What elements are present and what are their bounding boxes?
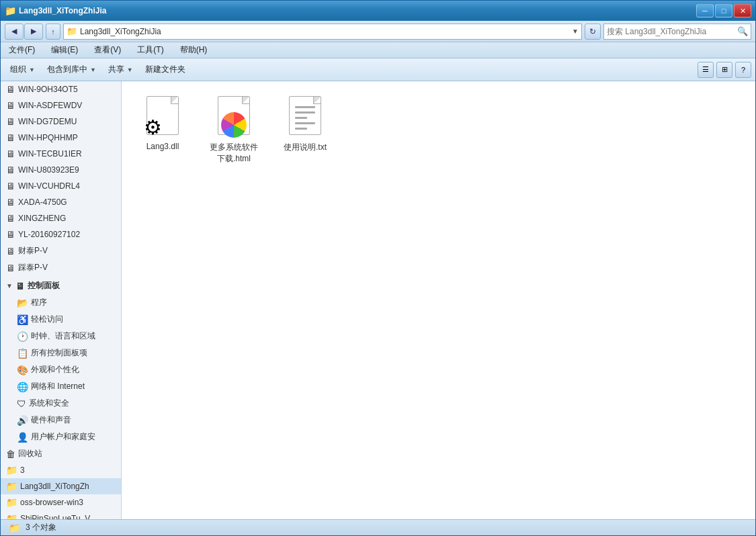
computer-icon: 🖥 bbox=[6, 229, 15, 240]
sidebar-item-xada[interactable]: 🖥 XADA-4750G bbox=[1, 194, 121, 210]
sidebar-item-label: XINGZHENG bbox=[18, 214, 66, 223]
sidebar-item-folder-lang3[interactable]: 📁 Lang3dll_XiTongZh bbox=[1, 478, 121, 494]
sidebar-item-folder-shipin[interactable]: 📁 ShiPinSuoLueTu_V bbox=[1, 510, 121, 519]
sidebar-item-win3[interactable]: 🖥 WIN-DG7DEMU bbox=[1, 114, 121, 130]
hardware-icon: 🔊 bbox=[17, 415, 28, 426]
refresh-button[interactable]: ↻ bbox=[585, 24, 601, 40]
up-button[interactable]: ↑ bbox=[46, 24, 60, 40]
sidebar-item-programs[interactable]: 📂 程序 bbox=[1, 294, 121, 311]
sidebar-item-caitai2[interactable]: 🖥 踩泰P-V bbox=[1, 259, 121, 276]
share-button[interactable]: 共享 ▼ bbox=[103, 61, 138, 78]
recycle-bin-icon: 🗑 bbox=[6, 449, 15, 459]
address-dropdown-arrow[interactable]: ▼ bbox=[572, 28, 579, 35]
organize-dropdown-icon: ▼ bbox=[29, 66, 35, 73]
close-button[interactable]: ✕ bbox=[734, 4, 751, 17]
menu-view[interactable]: 查看(V) bbox=[91, 43, 124, 57]
sidebar-item-yl[interactable]: 🖥 YL-20160927102 bbox=[1, 226, 121, 242]
sidebar-item-folder-3[interactable]: 📁 3 bbox=[1, 462, 121, 478]
collapse-icon: ▼ bbox=[6, 282, 13, 289]
sidebar-item-all-panel[interactable]: 📋 所有控制面板项 bbox=[1, 345, 121, 361]
clock-icon: 🕐 bbox=[17, 331, 28, 342]
system-security-icon: 🛡 bbox=[17, 398, 26, 409]
sidebar-item-label: YL-20160927102 bbox=[18, 230, 80, 239]
change-view-button[interactable]: ⊞ bbox=[716, 62, 732, 78]
back-button[interactable]: ◀ bbox=[5, 24, 24, 40]
organize-button[interactable]: 组织 ▼ bbox=[5, 61, 40, 78]
sidebar-item-recycle-bin[interactable]: 🗑 回收站 bbox=[1, 445, 121, 462]
sidebar-item-win1[interactable]: 🖥 WIN-9OH34OT5 bbox=[1, 81, 121, 97]
sidebar-item-xingzheng[interactable]: 🖥 XINGZHENG bbox=[1, 210, 121, 226]
sidebar-item-appearance[interactable]: 🎨 外观和个性化 bbox=[1, 361, 121, 378]
add-to-library-label: 包含到库中 bbox=[47, 64, 87, 75]
folder-icon: 📁 bbox=[6, 465, 17, 476]
add-to-library-button[interactable]: 包含到库中 ▼ bbox=[42, 61, 101, 78]
search-input[interactable] bbox=[607, 27, 736, 36]
view-options-button[interactable]: ☰ bbox=[698, 62, 714, 78]
search-area[interactable]: 🔍 bbox=[603, 24, 751, 40]
file-item-html[interactable]: 更多系统软件下载.html bbox=[204, 92, 264, 169]
sidebar-item-system-security[interactable]: 🛡 系统和安全 bbox=[1, 395, 121, 412]
status-text: 3 个对象 bbox=[26, 522, 56, 533]
title-bar-left: 📁 Lang3dll_XiTongZhiJia bbox=[5, 5, 106, 16]
file-item-dll[interactable]: ⚙ Lang3.dll bbox=[132, 92, 193, 169]
new-folder-label: 新建文件夹 bbox=[145, 64, 185, 75]
computer-icon: 🖥 bbox=[6, 213, 15, 224]
sidebar-item-win2[interactable]: 🖥 WIN-ASDFEWDV bbox=[1, 97, 121, 114]
sidebar-item-win7[interactable]: 🖥 WIN-VCUHDRL4 bbox=[1, 178, 121, 194]
sidebar-item-hardware[interactable]: 🔊 硬件和声音 bbox=[1, 412, 121, 429]
sidebar-item-win6[interactable]: 🖥 WIN-U803923E9 bbox=[1, 162, 121, 178]
add-to-library-dropdown-icon: ▼ bbox=[90, 66, 96, 73]
new-folder-button[interactable]: 新建文件夹 bbox=[140, 61, 191, 78]
file-icons-container: ⚙ Lang3.dll 更多系统软件下载.html bbox=[132, 92, 745, 169]
menu-tools[interactable]: 工具(T) bbox=[134, 43, 166, 57]
file-item-txt[interactable]: 使用说明.txt bbox=[275, 92, 335, 169]
menu-help[interactable]: 帮助(H) bbox=[177, 43, 210, 57]
control-panel-label: 控制面板 bbox=[28, 280, 60, 292]
sidebar-item-caitai[interactable]: 🖥 财泰P-V bbox=[1, 242, 121, 259]
user-accounts-icon: 👤 bbox=[17, 432, 28, 443]
address-bar[interactable]: 📁 Lang3dll_XiTongZhiJia ▼ bbox=[63, 24, 582, 40]
txt-file-icon bbox=[284, 96, 327, 139]
toolbar: 组织 ▼ 包含到库中 ▼ 共享 ▼ 新建文件夹 ☰ ⊞ ? bbox=[1, 58, 755, 81]
help-button[interactable]: ? bbox=[735, 62, 751, 78]
forward-button[interactable]: ▶ bbox=[24, 24, 43, 40]
menu-edit[interactable]: 编辑(E) bbox=[48, 43, 81, 57]
folder-icon: 📁 bbox=[6, 481, 17, 492]
sidebar-item-label: 回收站 bbox=[18, 448, 42, 459]
sidebar-item-win5[interactable]: 🖥 WIN-TECBU1IER bbox=[1, 146, 121, 162]
search-icon: 🔍 bbox=[737, 26, 748, 36]
sidebar-item-clock-region[interactable]: 🕐 时钟、语言和区域 bbox=[1, 328, 121, 345]
dll-file-icon: ⚙ bbox=[141, 96, 184, 139]
organize-label: 组织 bbox=[10, 64, 26, 75]
programs-icon: 📂 bbox=[17, 298, 28, 308]
address-folder-icon: 📁 bbox=[67, 26, 77, 36]
appearance-icon: 🎨 bbox=[17, 365, 28, 375]
sidebar-item-label: 3 bbox=[20, 465, 25, 475]
html-file-label: 更多系统软件下载.html bbox=[208, 142, 260, 165]
address-path: Lang3dll_XiTongZhiJia bbox=[80, 27, 569, 36]
computer-icon: 🖥 bbox=[6, 263, 15, 273]
sidebar-item-user-accounts[interactable]: 👤 用户帐户和家庭安 bbox=[1, 429, 121, 445]
control-panel-header[interactable]: ▼ 🖥 控制面板 bbox=[1, 276, 121, 294]
sidebar-item-label: 程序 bbox=[31, 297, 47, 308]
status-bar: 📁 3 个对象 bbox=[1, 519, 755, 535]
sidebar-item-ease-access[interactable]: ♿ 轻松访问 bbox=[1, 311, 121, 328]
control-panel-icon: 🖥 bbox=[15, 281, 25, 292]
all-panel-icon: 📋 bbox=[17, 348, 28, 359]
sidebar: 🖥 WIN-9OH34OT5 🖥 WIN-ASDFEWDV 🖥 WIN-DG7D… bbox=[1, 81, 122, 519]
sidebar-item-label: 时钟、语言和区域 bbox=[31, 330, 95, 342]
maximize-button[interactable]: □ bbox=[715, 4, 732, 17]
sidebar-item-label: 踩泰P-V bbox=[18, 262, 48, 273]
status-icon: 📁 bbox=[9, 523, 20, 533]
dll-file-label: Lang3.dll bbox=[146, 142, 179, 151]
sidebar-item-label: 财泰P-V bbox=[18, 245, 48, 257]
share-label: 共享 bbox=[108, 64, 124, 75]
sidebar-item-network[interactable]: 🌐 网络和 Internet bbox=[1, 378, 121, 395]
txt-lines bbox=[295, 106, 315, 133]
menu-file[interactable]: 文件(F) bbox=[6, 43, 38, 57]
folder-icon: 📁 bbox=[6, 497, 17, 508]
sidebar-item-label: WIN-VCUHDRL4 bbox=[18, 181, 80, 191]
minimize-button[interactable]: ─ bbox=[696, 4, 714, 17]
sidebar-item-win4[interactable]: 🖥 WIN-HPQHHMP bbox=[1, 130, 121, 146]
sidebar-item-folder-oss[interactable]: 📁 oss-browser-win3 bbox=[1, 494, 121, 510]
